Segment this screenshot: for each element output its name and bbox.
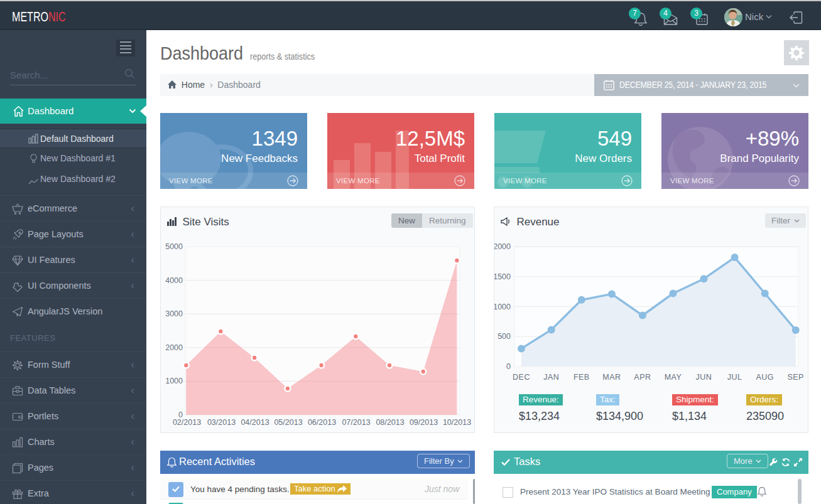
svg-text:10/2013: 10/2013 [443,418,471,427]
svg-text:06/2013: 06/2013 [308,418,336,427]
svg-text:SEP: SEP [787,373,804,382]
svg-text:JAN: JAN [543,373,559,382]
svg-text:03/2013: 03/2013 [207,418,236,427]
svg-text:07/2013: 07/2013 [342,418,370,427]
svg-text:2000: 2000 [494,242,511,251]
svg-text:FEB: FEB [574,373,590,382]
svg-text:JUN: JUN [696,373,712,382]
svg-text:0: 0 [506,362,511,371]
svg-text:MAR: MAR [602,373,621,382]
svg-text:4000: 4000 [165,276,183,285]
svg-text:5000: 5000 [165,242,183,251]
svg-text:2000: 2000 [165,343,183,352]
svg-text:APR: APR [634,373,651,382]
svg-text:08/2013: 08/2013 [376,418,404,427]
svg-text:1000: 1000 [165,377,183,385]
svg-text:500: 500 [497,332,511,341]
svg-text:3000: 3000 [165,309,183,318]
svg-text:09/2013: 09/2013 [410,418,438,427]
svg-text:1500: 1500 [494,272,511,281]
svg-text:MAY: MAY [665,373,682,382]
svg-text:DEC: DEC [513,373,530,382]
svg-text:04/2013: 04/2013 [241,418,269,427]
svg-text:02/2013: 02/2013 [173,418,201,427]
svg-text:05/2013: 05/2013 [274,418,302,427]
svg-text:1000: 1000 [494,303,511,311]
svg-text:JUL: JUL [727,373,742,382]
svg-text:AUG: AUG [756,373,774,382]
